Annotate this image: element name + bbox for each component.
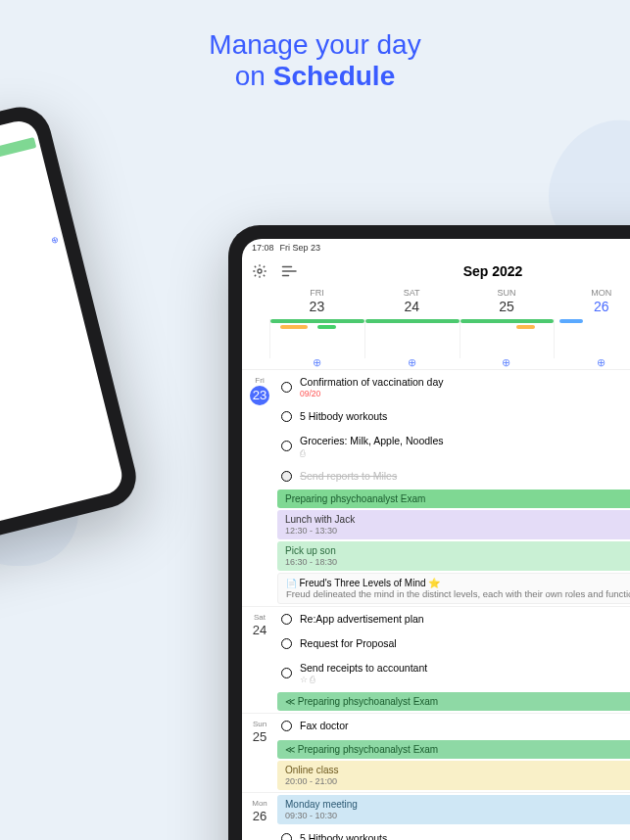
week-activity-bars [242, 319, 630, 329]
task-row[interactable]: 5 Hitbody workouts [277, 826, 630, 840]
day-gutter[interactable]: Sat24 [242, 607, 277, 713]
event-block[interactable]: ≪ Preparing phsychoanalyst Exam [277, 692, 630, 711]
day-section-sun: Sun25 Fax doctor ≪ Preparing phsychoanal… [242, 714, 630, 792]
event-block[interactable]: Online class20:00 - 21:00 [277, 761, 630, 790]
status-date: Fri Sep 23 [280, 243, 321, 253]
note-title: Freud's Three Levels of Mind ⭐ [300, 578, 441, 588]
gear-icon[interactable] [252, 263, 267, 279]
weekday-mon[interactable]: MON26 [554, 286, 630, 319]
headline-line2-strong: Schedule [273, 61, 395, 91]
event-title: Lunch with Jack [285, 514, 355, 525]
week-header: FRI23 SAT24 SUN25 MON26 TUE27 [242, 286, 630, 319]
event-title: Online class [285, 765, 338, 775]
task-circle-icon[interactable] [281, 441, 292, 451]
weekday-sat[interactable]: SAT24 [364, 286, 460, 319]
view-toggle-icon[interactable] [281, 264, 299, 278]
task-circle-icon[interactable] [281, 721, 292, 731]
event-time: 09:30 - 10:30 [285, 811, 337, 820]
tablet-main: 17:08 Fri Sep 23 Sep 2022 FRI23 SAT24 SU… [228, 225, 630, 840]
tablet-preview-left: 24 Preparing phsychoanalyst Exam Re:App … [0, 101, 142, 585]
status-bar: 17:08 Fri Sep 23 [242, 239, 630, 257]
toolbar: Sep 2022 [242, 257, 630, 286]
task-text: Confirmation of vaccination day [300, 376, 444, 388]
headline-line1: Manage your day [209, 29, 420, 60]
task-row[interactable]: Groceries: Milk, Apple, Noodles⎙ [277, 429, 630, 464]
task-text: 5 Hitbody workouts [300, 832, 630, 840]
task-text: 5 Hitbody workouts [300, 410, 630, 423]
day-section-fri: Fri23 Confirmation of vaccination day09/… [242, 370, 630, 607]
note-block[interactable]: 📄 Freud's Three Levels of Mind ⭐Freud de… [277, 573, 630, 604]
day-gutter[interactable]: Fri23 [242, 370, 277, 607]
task-row[interactable]: 5 Hitbody workouts [277, 404, 630, 429]
task-subtext: 09/20 [300, 389, 630, 398]
task-row[interactable]: Re:App advertisement plan [277, 607, 630, 631]
task-row[interactable]: Send reports to Miles [277, 464, 630, 489]
event-block[interactable]: ≪ Preparing phsychoanalyst Exam [277, 740, 630, 759]
event-title: Preparing phsychoanalyst Exam [285, 493, 425, 504]
task-text: Send reports to Miles [300, 470, 630, 483]
task-circle-icon[interactable] [281, 638, 292, 649]
event-title: ≪ Preparing phsychoanalyst Exam [285, 744, 438, 755]
event-time: 20:00 - 21:00 [285, 776, 337, 786]
day-gutter[interactable]: Sun25 [242, 714, 277, 792]
month-title[interactable]: Sep 2022 [463, 263, 523, 279]
event-title: Pick up son [285, 545, 336, 556]
day-section-sat: Sat24 Re:App advertisement plan Request … [242, 607, 630, 713]
task-row[interactable]: Request for Proposal [277, 631, 630, 656]
status-time: 17:08 [252, 243, 274, 253]
weekday-sun[interactable]: SUN25 [460, 286, 555, 319]
weekday-fri[interactable]: FRI23 [269, 286, 364, 319]
event-block[interactable]: Pick up son16:30 - 18:30 [277, 541, 630, 571]
task-circle-icon[interactable] [281, 471, 292, 482]
task-circle-icon[interactable] [281, 833, 292, 840]
event-block[interactable]: Monday meeting09:30 - 10:30 [277, 795, 630, 824]
event-block[interactable]: Lunch with Jack12:30 - 13:30 [277, 510, 630, 539]
task-row[interactable]: Confirmation of vaccination day09/20 [277, 370, 630, 405]
task-circle-icon[interactable] [281, 382, 292, 393]
headline: Manage your day on Schedule [0, 0, 630, 112]
task-text: Re:App advertisement plan [300, 613, 630, 626]
event-time: 16:30 - 18:30 [285, 557, 337, 567]
day-section-mon: Mon26 Monday meeting09:30 - 10:30 5 Hitb… [242, 793, 630, 840]
task-row[interactable]: Send receipts to accountant☆ ⎙ [277, 656, 630, 691]
event-title: ≪ Preparing phsychoanalyst Exam [285, 696, 438, 707]
event-block[interactable]: Preparing phsychoanalyst Exam [277, 490, 630, 508]
task-circle-icon[interactable] [281, 614, 292, 625]
task-row[interactable]: Fax doctor [277, 714, 630, 738]
note-content: Freud delineated the mind in the distinc… [286, 588, 630, 599]
event-time: 12:30 - 13:30 [285, 526, 337, 536]
task-text: Fax doctor [300, 720, 630, 732]
day-gutter[interactable]: Mon26 [242, 793, 277, 840]
task-circle-icon[interactable] [281, 668, 292, 678]
headline-line2-pre: on [235, 61, 273, 91]
task-text: Send receipts to accountant [300, 662, 427, 674]
task-text: Request for Proposal [300, 637, 630, 650]
attachment-icon: ⎙ [300, 448, 630, 458]
event-title: Monday meeting [285, 799, 358, 810]
svg-point-0 [258, 269, 262, 273]
task-text: Groceries: Milk, Apple, Noodles [300, 435, 443, 446]
task-circle-icon[interactable] [281, 411, 292, 422]
attachment-icon: ☆ ⎙ [300, 675, 630, 684]
